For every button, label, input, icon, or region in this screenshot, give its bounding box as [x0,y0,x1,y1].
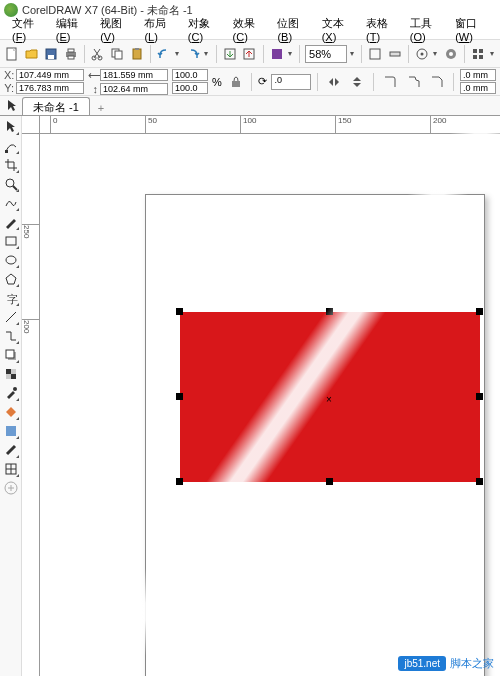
menu-window[interactable]: 窗口(W) [449,14,494,45]
scale-x-input[interactable]: 100.0 [172,69,208,81]
parallel-dimension-tool[interactable] [2,308,20,326]
redo-button[interactable] [185,44,201,64]
crop-tool[interactable] [2,156,20,174]
svg-rect-5 [68,56,74,59]
selection-handle-bl[interactable] [176,478,183,485]
paste-button[interactable] [129,44,145,64]
ellipse-tool[interactable] [2,251,20,269]
corner-r1-input[interactable]: .0 mm [460,69,496,81]
save-button[interactable] [43,44,59,64]
height-input[interactable]: 102.64 mm [100,83,168,95]
pick-tool-icon[interactable] [4,97,20,115]
zoom-dropdown[interactable]: ▾ [350,49,356,58]
menu-view[interactable]: 视图(V) [94,14,136,45]
menu-edit[interactable]: 编辑(E) [50,14,92,45]
selection-handle-br[interactable] [476,478,483,485]
zoom-input[interactable]: 58% [305,45,347,63]
mirror-h-button[interactable] [324,72,344,92]
ruler-tick: 150 [335,116,351,134]
lock-ratio-button[interactable] [226,72,246,92]
canvas-area[interactable]: 0 50 100 150 200 250 200 × [22,116,500,676]
corner-round-button[interactable] [380,72,400,92]
polygon-tool[interactable] [2,270,20,288]
rotation-input[interactable]: .0 [271,74,310,90]
show-rulers-button[interactable] [387,44,403,64]
launcher-button[interactable] [470,44,486,64]
eyedropper-tool[interactable] [2,384,20,402]
shape-tool[interactable] [2,137,20,155]
menu-effects[interactable]: 效果(C) [227,14,270,45]
snap-dropdown[interactable]: ▾ [433,49,439,58]
x-input[interactable]: 107.449 mm [16,69,84,81]
freehand-tool[interactable] [2,194,20,212]
add-tab-button[interactable]: + [94,101,108,115]
selection-center[interactable]: × [326,394,332,405]
import-button[interactable] [222,44,238,64]
selection-handle-mr[interactable] [476,393,483,400]
export-button[interactable] [241,44,257,64]
fullscreen-button[interactable] [367,44,383,64]
smart-fill-tool[interactable] [2,422,20,440]
separator [216,45,217,63]
publish-pdf-button[interactable] [268,44,284,64]
mesh-fill-tool[interactable] [2,460,20,478]
corner-r2-input[interactable]: .0 mm [460,82,496,94]
selection-handle-ml[interactable] [176,393,183,400]
menu-text[interactable]: 文本(X) [316,14,358,45]
undo-dropdown[interactable]: ▾ [175,49,181,58]
connector-tool[interactable] [2,327,20,345]
menu-layout[interactable]: 布局(L) [138,14,179,45]
text-tool[interactable]: 字 [2,289,20,307]
corner-chamfer-button[interactable] [427,72,447,92]
undo-button[interactable] [156,44,172,64]
percent-label: % [212,76,222,88]
copy-button[interactable] [109,44,125,64]
h-label: ↕ [88,83,98,95]
new-button[interactable] [4,44,20,64]
separator [150,45,151,63]
svg-rect-38 [6,374,11,379]
scale-group: 100.0 100.0 [172,69,208,94]
redo-dropdown[interactable]: ▾ [204,49,210,58]
corner-scallop-button[interactable] [404,72,424,92]
cut-button[interactable] [90,44,106,64]
selection-handle-bm[interactable] [326,478,333,485]
scale-y-input[interactable]: 100.0 [172,82,208,94]
selection-handle-tr[interactable] [476,308,483,315]
publish-dropdown[interactable]: ▾ [288,49,294,58]
rotate-icon: ⟳ [258,75,267,88]
rectangle-tool[interactable] [2,232,20,250]
y-label: Y: [4,82,14,94]
snap-button[interactable] [414,44,430,64]
menu-file[interactable]: 文件(F) [6,14,48,45]
artistic-media-tool[interactable] [2,213,20,231]
viewport[interactable]: × [40,134,500,676]
menu-tools[interactable]: 工具(O) [404,14,447,45]
ruler-origin[interactable] [22,116,40,134]
pick-tool[interactable] [2,118,20,136]
svg-rect-15 [370,49,380,59]
selection-handle-tm[interactable] [326,308,333,315]
open-button[interactable] [23,44,39,64]
menu-bitmap[interactable]: 位图(B) [271,14,313,45]
interactive-fill-tool[interactable] [2,403,20,421]
horizontal-ruler[interactable]: 0 50 100 150 200 [40,116,500,134]
vertical-ruler[interactable]: 250 200 [22,134,40,676]
zoom-tool[interactable] [2,175,20,193]
menu-object[interactable]: 对象(C) [182,14,225,45]
print-button[interactable] [62,44,78,64]
options-button[interactable] [443,44,459,64]
launcher-dropdown[interactable]: ▾ [490,49,496,58]
width-input[interactable]: 181.559 mm [100,69,168,81]
quick-customize-add[interactable] [2,479,20,497]
watermark: jb51.net 脚本之家 [398,656,494,671]
document-tab[interactable]: 未命名 -1 [22,97,90,115]
drop-shadow-tool[interactable] [2,346,20,364]
transparency-tool[interactable] [2,365,20,383]
y-input[interactable]: 176.783 mm [16,82,84,94]
svg-point-18 [421,52,424,55]
outline-pen-tool[interactable] [2,441,20,459]
menu-table[interactable]: 表格(T) [360,14,402,45]
mirror-v-button[interactable] [347,72,367,92]
selection-handle-tl[interactable] [176,308,183,315]
